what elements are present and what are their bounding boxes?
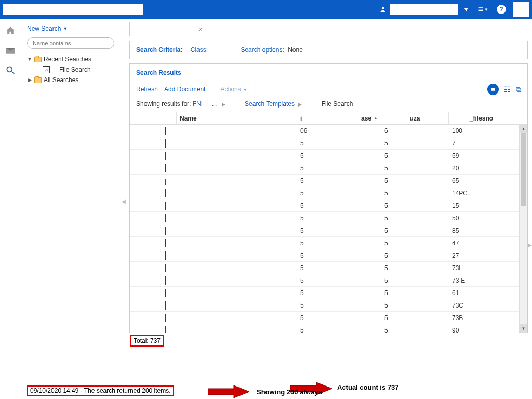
top-bar: ▼ ≡▼ ? (0, 0, 532, 19)
view-filmstrip-icon[interactable]: ⧉ (516, 85, 521, 94)
table-row[interactable]: 5527 (130, 249, 527, 262)
col-uza[interactable]: uza (381, 112, 449, 124)
collapse-icon[interactable]: ▼ (27, 57, 32, 62)
annotation-text: Showing 200 always (257, 388, 322, 396)
icon-rail (0, 19, 21, 399)
pdf-icon (165, 314, 166, 322)
table-row[interactable]: 5561 (130, 287, 527, 299)
col-name[interactable]: Name (177, 112, 297, 124)
caret-down-icon: ▼ (243, 88, 247, 92)
table-row[interactable]: 5520 (130, 162, 527, 175)
sort-asc-icon: ▲ (374, 116, 378, 121)
top-right-box[interactable] (513, 2, 529, 17)
tree-label: File Search (59, 66, 91, 73)
tab-search[interactable]: × (129, 22, 207, 36)
separator (216, 85, 216, 94)
results-title: Search Results (130, 64, 527, 82)
criteria-options-label: Search options: (241, 46, 284, 54)
grid-header: Name i ase▲ uza _filesno (130, 112, 527, 125)
user-icon (379, 6, 387, 13)
pdf-icon (165, 127, 166, 135)
new-search-button[interactable]: New Search▼ (23, 23, 122, 34)
add-document-button[interactable]: Add Document (164, 86, 205, 93)
col-i[interactable]: i (297, 112, 327, 124)
menu-icon[interactable]: ≡▼ (478, 5, 488, 14)
pdf-icon (165, 289, 166, 297)
name-filter-input[interactable] (27, 37, 114, 49)
pdf-icon (165, 164, 166, 172)
table-row[interactable]: 5547 (130, 237, 527, 249)
scroll-thumb[interactable] (521, 133, 526, 206)
pdf-icon (165, 239, 166, 247)
pdf-icon (165, 189, 166, 197)
content-area: × Search Criteria: Class: Search options… (124, 19, 532, 399)
criteria-options-value: None (288, 46, 303, 54)
scroll-up-icon[interactable]: ▲ (520, 125, 527, 133)
view-details-icon[interactable]: ≡ (487, 84, 499, 95)
crumb-filesearch: File Search (322, 100, 353, 108)
home-icon[interactable] (5, 25, 16, 36)
tree-label: Recent Searches (44, 56, 91, 63)
table-row[interactable]: 5514PC (130, 187, 527, 200)
svg-marker-5 (208, 385, 249, 398)
criteria-label: Search Criteria: (136, 46, 182, 54)
help-icon[interactable]: ? (497, 5, 506, 14)
tree-recent-searches[interactable]: ▼ Recent Searches (27, 54, 122, 64)
col-filesno[interactable]: _filesno (449, 112, 514, 124)
col-ase[interactable]: ase▲ (327, 112, 381, 124)
svg-point-0 (382, 7, 384, 9)
col-icon[interactable] (162, 112, 177, 124)
pdf-icon (165, 227, 166, 235)
close-icon[interactable]: × (198, 25, 203, 33)
tree-all-searches[interactable]: ▶ All Searches (27, 75, 122, 85)
table-row[interactable]: 066100 (130, 125, 527, 137)
status-message: 09/10/2020 14:49 - The search returned 2… (27, 385, 174, 396)
crumb-repo[interactable]: FNI (193, 100, 203, 108)
user-dropdown[interactable] (390, 4, 458, 15)
scrollbar[interactable]: ▲ ▼ (519, 125, 527, 332)
expand-icon[interactable]: ▶ (27, 77, 32, 83)
document-icon (165, 177, 166, 185)
table-row[interactable]: 5573B (130, 312, 527, 324)
tree-file-search[interactable]: ⌕ File Search (27, 64, 122, 75)
table-row[interactable]: 557 (130, 137, 527, 150)
caret-down-icon: ▼ (63, 26, 68, 31)
table-row[interactable]: 5590 (130, 324, 527, 332)
table-row[interactable]: 5573-E (130, 274, 527, 287)
table-row[interactable]: 5573C (130, 299, 527, 312)
view-list-icon[interactable]: ☷ (504, 85, 511, 94)
table-row[interactable]: 5559 (130, 150, 527, 162)
folder-icon (34, 57, 42, 62)
results-toolbar: Refresh Add Document Actions▼ ≡ ☷ ⧉ (130, 82, 527, 99)
tree-label: All Searches (44, 76, 78, 84)
annotation-text: Actual count is 737 (337, 383, 398, 391)
pdf-icon (165, 264, 166, 272)
table-row[interactable]: 5565 (130, 175, 527, 187)
search-rail-icon[interactable] (5, 64, 16, 76)
inbox-icon[interactable] (5, 45, 16, 56)
table-row[interactable]: 5573L (130, 262, 527, 274)
criteria-panel: Search Criteria: Class: Search options: … (129, 41, 528, 59)
crumb-dots[interactable]: … (211, 100, 218, 108)
pdf-icon (165, 202, 166, 210)
chevron-right-icon: ▶ (222, 102, 225, 107)
table-row[interactable]: 5585 (130, 224, 527, 237)
crumb-templates[interactable]: Search Templates (245, 100, 295, 108)
total-count: Total: 737 (130, 335, 164, 347)
pdf-icon (165, 301, 166, 310)
table-row[interactable]: 5550 (130, 212, 527, 224)
refresh-button[interactable]: Refresh (136, 86, 158, 93)
user-caret-icon[interactable]: ▼ (463, 6, 469, 12)
results-panel: Search Results Refresh Add Document Acti… (129, 63, 528, 333)
pdf-icon (165, 251, 166, 260)
actions-menu[interactable]: Actions▼ (220, 86, 247, 93)
collapse-right-icon[interactable]: ▶ (528, 242, 532, 248)
scroll-down-icon[interactable]: ▼ (520, 324, 527, 332)
tab-bar: × (129, 22, 528, 36)
col-select[interactable] (130, 112, 162, 124)
grid-body: ▲ ▼ 0661005575559552055655514PC551555505… (130, 125, 527, 332)
table-row[interactable]: 5515 (130, 200, 527, 212)
pdf-icon (165, 152, 166, 160)
svg-point-2 (7, 66, 12, 72)
criteria-class[interactable]: Class: (191, 46, 208, 54)
